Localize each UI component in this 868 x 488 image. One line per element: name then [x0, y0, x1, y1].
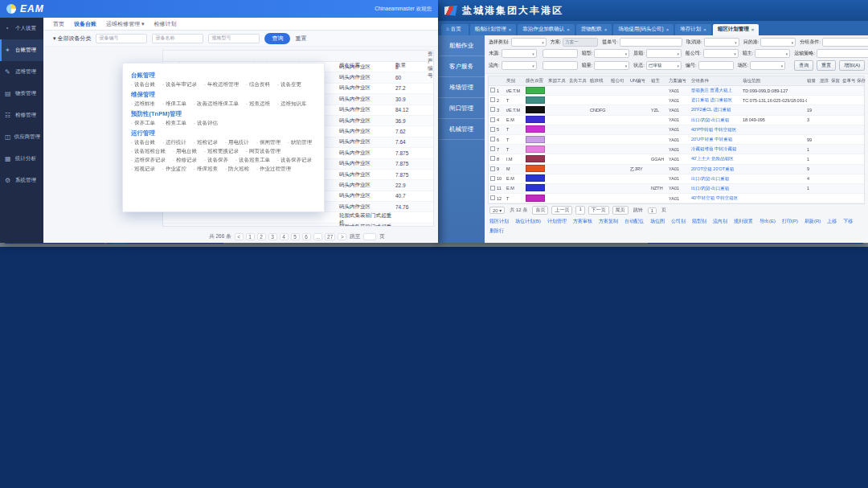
action-link[interactable]: 计划管理: [547, 218, 567, 225]
page-chip[interactable]: 1: [246, 233, 255, 240]
menu-item[interactable]: 设备台账: [131, 81, 155, 88]
eam-sidebar-item[interactable]: ◔ 个人设置: [0, 18, 43, 39]
jump-input[interactable]: [363, 233, 376, 240]
tos-sidebar-item[interactable]: 客户服务: [438, 56, 485, 77]
row-checkbox[interactable]: [490, 186, 495, 191]
menu-item[interactable]: 巡查运维: [246, 100, 270, 108]
field-control[interactable]: [755, 49, 790, 58]
row-checkbox[interactable]: [490, 176, 495, 181]
cell-group-link[interactable]: 出口/内贸-出口重箱: [691, 176, 743, 182]
color-swatch[interactable]: [526, 165, 545, 172]
action-link[interactable]: 下移: [843, 218, 853, 225]
action-link[interactable]: 方案复制: [599, 218, 618, 225]
color-swatch[interactable]: [526, 174, 545, 182]
plan-row[interactable]: 10 E.M YA01 出口/内贸-出口重箱 4: [489, 174, 864, 184]
row-checkbox[interactable]: [490, 117, 495, 122]
pager-link[interactable]: 1: [575, 206, 584, 215]
close-icon[interactable]: ×: [509, 27, 512, 32]
action-link[interactable]: 公司别: [671, 218, 686, 225]
field-control[interactable]: [502, 49, 537, 58]
menu-item[interactable]: 运行统计: [162, 139, 186, 146]
eam-sidebar-item[interactable]: ⚙ 系统管理: [0, 170, 43, 191]
color-swatch[interactable]: [526, 184, 545, 191]
cell-group-link[interactable]: 进口重箱 进口重箱区: [691, 97, 743, 103]
menu-item[interactable]: 设备巡查工单: [235, 157, 270, 164]
field-control[interactable]: [594, 61, 629, 70]
page-chip[interactable]: 2: [257, 233, 266, 240]
tos-sidebar-item[interactable]: 堆场管理: [438, 77, 485, 98]
menu-item[interactable]: 巡检更换记录: [204, 148, 239, 155]
menu-item[interactable]: 用电台账: [173, 148, 197, 155]
menu-item[interactable]: 巡检记录: [194, 139, 218, 146]
tos-tab[interactable]: 堆存计划 ×: [675, 24, 711, 35]
menu-item[interactable]: 设备巡检台账: [131, 148, 166, 155]
eam-tab[interactable]: 运维检修管理 ▾: [106, 20, 144, 28]
menu-item[interactable]: 设备台账: [131, 139, 155, 146]
form-button[interactable]: 增加(A): [839, 60, 865, 71]
plan-row[interactable]: 7 T YA01 冷藏箱堆场 中转冷藏箱 1: [489, 145, 864, 154]
row-checkbox[interactable]: [490, 88, 495, 92]
cell-group-link[interactable]: 40'上土大 危险品箱区: [691, 156, 743, 162]
color-swatch[interactable]: [526, 116, 545, 123]
menu-item[interactable]: 设备保养记录: [277, 157, 312, 164]
field-control[interactable]: [703, 49, 739, 58]
eam-sidebar-item[interactable]: ☷ 检修管理: [0, 105, 43, 126]
action-link[interactable]: 打印(P): [782, 218, 798, 225]
eam-sidebar-item[interactable]: ✎ 运维管理: [0, 61, 43, 83]
menu-item[interactable]: 检查工单: [162, 120, 186, 127]
page-chip[interactable]: <: [235, 233, 244, 240]
search-input-model[interactable]: 规格型号: [208, 34, 260, 43]
page-size-select[interactable]: 20 ▾: [489, 207, 505, 214]
color-swatch[interactable]: [526, 136, 545, 143]
plan-row[interactable]: 6 T YA01 20'U中转重 中转重箱 99: [489, 135, 864, 145]
page-chip[interactable]: >: [338, 233, 346, 240]
field-control[interactable]: [542, 61, 578, 70]
cell-group-link[interactable]: 出口/内贸-出口重箱: [691, 117, 743, 123]
page-chip[interactable]: 6: [302, 233, 311, 240]
search-input-name[interactable]: 设备名称: [152, 34, 203, 43]
row-checkbox[interactable]: [490, 97, 495, 102]
menu-item[interactable]: 检修记录: [173, 157, 197, 164]
pager-link[interactable]: 下一页: [588, 206, 609, 215]
pager-link[interactable]: 上一页: [551, 206, 572, 215]
action-link[interactable]: 删除行: [489, 228, 504, 235]
eam-sidebar-item[interactable]: ▤ 物资管理: [0, 83, 43, 105]
cell-group-link[interactable]: 型箱换注 普通大箱上: [691, 88, 743, 93]
tos-tab[interactable]: 货物配载 ×: [576, 24, 612, 35]
table-row[interactable]: 轮胎式集装箱门式起重机: [163, 212, 433, 223]
action-link[interactable]: 导出(E): [760, 218, 776, 225]
cell-group-link[interactable]: 40'中转空箱 中转空箱区: [691, 195, 743, 201]
row-checkbox[interactable]: [490, 156, 495, 161]
plan-row[interactable]: 8 I.M GGAH YA01 40'上土大 危险品箱区: [489, 154, 864, 164]
field-control[interactable]: [620, 38, 682, 47]
field-control[interactable]: [760, 38, 796, 47]
page-chip[interactable]: 3: [268, 233, 277, 240]
table-row[interactable]: 轮胎式集装箱门式起重机: [163, 223, 433, 227]
tos-sidebar-item[interactable]: 机械管理: [438, 119, 485, 140]
search-input-code[interactable]: 设备编号: [96, 34, 147, 43]
color-swatch[interactable]: [526, 106, 545, 113]
form-button[interactable]: 重置: [817, 60, 836, 71]
page-chip[interactable]: 5: [291, 233, 300, 240]
menu-item[interactable]: 网页设备管理: [246, 148, 280, 155]
action-link[interactable]: 自动配位: [624, 218, 644, 225]
color-swatch[interactable]: [526, 87, 545, 94]
menu-item[interactable]: 运维保养记录: [131, 157, 166, 164]
cell-group-link[interactable]: 20'OT空箱 20'OT重箱: [691, 166, 743, 172]
field-control[interactable]: [594, 49, 629, 58]
row-checkbox[interactable]: [490, 195, 495, 200]
action-link[interactable]: 箱区计划: [489, 218, 509, 225]
plan-row[interactable]: 1 t/E.T.M YA01 型箱换注 普通大箱上 TD:099-099,D:: [489, 86, 864, 96]
color-swatch[interactable]: [526, 146, 545, 153]
menu-item[interactable]: 设备变更: [277, 81, 301, 88]
cell-group-link[interactable]: 20'U中转重 中转重箱: [691, 137, 743, 142]
row-checkbox[interactable]: [490, 127, 495, 132]
menu-item[interactable]: 缺陷管理: [288, 139, 312, 146]
field-control[interactable]: [817, 49, 868, 58]
menu-item[interactable]: 维保巡查: [194, 166, 218, 173]
tos-tab[interactable]: 场地使用(码头公司) ×: [613, 24, 674, 35]
page-chip[interactable]: 4: [280, 233, 289, 240]
menu-item[interactable]: 作业监控: [162, 166, 186, 173]
reset-link[interactable]: 重置: [295, 35, 306, 43]
tos-tab[interactable]: 船舶计划管理 ×: [470, 24, 517, 35]
